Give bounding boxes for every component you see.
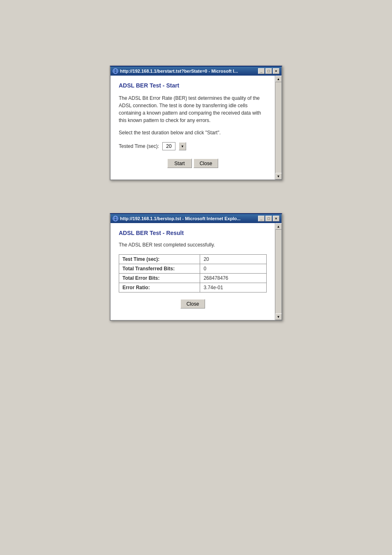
title-bar-buttons-result: _ □ × <box>258 216 279 221</box>
form-row-time: Tested Time (sec): ▼ <box>119 142 267 150</box>
table-cell-value: 20 <box>200 255 267 264</box>
scroll-down-result[interactable]: ▼ <box>275 313 282 320</box>
window2-body: ADSL BER Test - Result The ADSL BER test… <box>111 223 275 320</box>
restore-button-result[interactable]: □ <box>265 216 272 221</box>
table-cell-label: Error Ratio: <box>119 283 200 292</box>
time-dropdown-button[interactable]: ▼ <box>179 142 186 150</box>
button-row-result: Close <box>119 299 267 309</box>
window1-instruction: Select the test duration below and click… <box>119 130 267 136</box>
title-bar-left-result: http://192.168.1.1/berstop.tst - Microso… <box>113 216 240 221</box>
scroll-track-start[interactable] <box>275 82 281 173</box>
window2-body-wrapper: ADSL BER Test - Result The ADSL BER test… <box>111 223 281 320</box>
title-bar-left: http://192.168.1.1/berstart.tst?berState… <box>113 68 238 74</box>
form-label-time: Tested Time (sec): <box>119 143 159 149</box>
table-cell-value: 268478476 <box>200 274 267 283</box>
browser-icon-result <box>113 216 118 221</box>
close-button-titlebar-start[interactable]: × <box>273 68 279 74</box>
window2-page-title: ADSL BER Test - Result <box>119 230 267 236</box>
window1-title: http://192.168.1.1/berstart.tst?berState… <box>120 69 238 74</box>
window1-content: ADSL BER Test - Start The ADSL Bit Error… <box>111 76 275 180</box>
scroll-track-result[interactable] <box>275 230 281 313</box>
close-button-result[interactable]: Close <box>180 299 205 309</box>
title-bar-start: http://192.168.1.1/berstart.tst?berState… <box>111 67 281 76</box>
table-row: Total Transferred Bits:0 <box>119 264 267 274</box>
window2-content: ADSL BER Test - Result The ADSL BER test… <box>111 223 275 320</box>
minimize-button-result[interactable]: _ <box>258 216 265 221</box>
window1-body-wrapper: ADSL BER Test - Start The ADSL Bit Error… <box>111 76 281 180</box>
table-row: Total Error Bits:268478476 <box>119 274 267 283</box>
scroll-down-start[interactable]: ▼ <box>275 173 282 180</box>
window1-description: The ADSL Bit Error Rate (BER) test deter… <box>119 94 267 124</box>
scroll-up-start[interactable]: ▲ <box>275 76 282 82</box>
button-row-start: Start Close <box>119 159 267 168</box>
result-table: Test Time (sec):20Total Transferred Bits… <box>119 254 267 292</box>
window1-page-title: ADSL BER Test - Start <box>119 82 267 89</box>
scrollbar-result[interactable]: ▲ ▼ <box>275 223 281 320</box>
table-row: Test Time (sec):20 <box>119 255 267 264</box>
window2-title: http://192.168.1.1/berstop.tst - Microso… <box>120 216 240 221</box>
start-button[interactable]: Start <box>167 159 192 168</box>
close-button-start[interactable]: Close <box>194 159 218 168</box>
restore-button-start[interactable]: □ <box>265 68 272 74</box>
window-ber-result: http://192.168.1.1/berstop.tst - Microso… <box>110 213 282 321</box>
window-ber-start: http://192.168.1.1/berstart.tst?berState… <box>110 66 282 180</box>
window2-success-text: The ADSL BER test completed successfully… <box>119 242 267 248</box>
close-button-titlebar-result[interactable]: × <box>273 216 279 221</box>
table-cell-label: Total Transferred Bits: <box>119 264 200 274</box>
table-row: Error Ratio:3.74e-01 <box>119 283 267 292</box>
scroll-up-result[interactable]: ▲ <box>275 223 282 230</box>
table-cell-value: 3.74e-01 <box>200 283 267 292</box>
title-bar-result: http://192.168.1.1/berstop.tst - Microso… <box>111 214 281 223</box>
browser-icon <box>113 68 118 74</box>
time-input[interactable] <box>162 142 175 150</box>
title-bar-buttons-start: _ □ × <box>258 68 279 74</box>
table-cell-label: Test Time (sec): <box>119 255 200 264</box>
minimize-button-start[interactable]: _ <box>258 68 265 74</box>
table-cell-value: 0 <box>200 264 267 274</box>
scrollbar-start[interactable]: ▲ ▼ <box>275 76 281 180</box>
window1-body: ADSL BER Test - Start The ADSL Bit Error… <box>111 76 275 180</box>
table-cell-label: Total Error Bits: <box>119 274 200 283</box>
